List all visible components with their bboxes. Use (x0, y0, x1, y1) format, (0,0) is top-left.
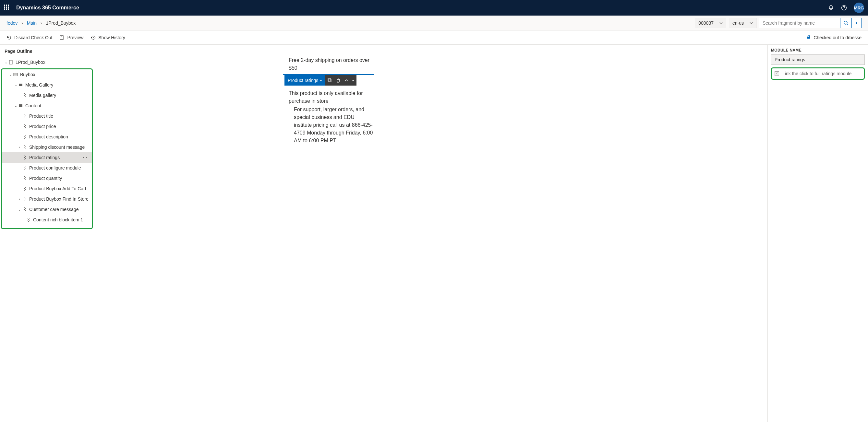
link-click-row: Link the click to full ratings module (771, 67, 865, 80)
search-fragment: ▾ (759, 18, 862, 28)
tree-shipping-discount[interactable]: › Shipping discount message (2, 142, 92, 152)
module-icon (22, 145, 27, 150)
svg-rect-13 (328, 78, 331, 81)
chevron-down-icon: ⌄ (8, 73, 13, 77)
copy-icon[interactable] (328, 78, 332, 83)
caret-down-icon: ▾ (320, 79, 322, 82)
breadcrumb-separator: › (22, 21, 23, 26)
module-icon (22, 197, 27, 201)
svg-rect-6 (807, 37, 810, 39)
support-text: For support, larger orders, and special … (289, 106, 373, 144)
tree-label: Media Gallery (25, 82, 53, 88)
module-icon (22, 166, 27, 170)
outline-tree: ⌄ 1Prod_Buybox ⌄ Buybox ⌄ Media Gallery … (0, 57, 94, 229)
command-bar: Discard Check Out Preview Show History C… (0, 30, 868, 45)
tree-label: Product price (29, 124, 56, 129)
search-split-button[interactable]: ▾ (852, 18, 862, 28)
svg-rect-12 (329, 79, 331, 82)
tree-find-in-store[interactable]: › Product Buybox Find In Store (2, 194, 92, 204)
container-icon (13, 72, 18, 77)
notifications-icon[interactable] (828, 4, 834, 11)
chevron-down-icon: ⌄ (17, 207, 22, 212)
breadcrumb-separator: › (40, 21, 42, 26)
search-input[interactable] (759, 18, 840, 28)
tree-product-configure[interactable]: Product configure module (2, 163, 92, 173)
tree-label: Product Buybox Add To Cart (29, 186, 86, 191)
locale-dropdown[interactable]: en-us (729, 18, 756, 28)
svg-point-1 (844, 9, 844, 9)
discard-label: Discard Check Out (14, 35, 52, 40)
tree-label: Product description (29, 134, 68, 139)
tree-product-quantity[interactable]: Product quantity (2, 173, 92, 184)
tree-rich-block[interactable]: Content rich block item 1 (2, 215, 92, 225)
delete-icon[interactable] (336, 78, 341, 83)
more-options-icon[interactable]: ⋯ (81, 155, 89, 160)
tree-buybox[interactable]: ⌄ Buybox (2, 69, 92, 80)
module-icon (22, 186, 27, 191)
search-button[interactable] (840, 18, 852, 28)
tree-label: Media gallery (29, 93, 56, 98)
lock-icon (806, 35, 811, 40)
user-avatar[interactable]: MRG (854, 3, 864, 13)
app-header: Dynamics 365 Commerce MRG (0, 0, 868, 15)
module-icon (22, 93, 27, 98)
tree-label: Product ratings (29, 155, 60, 160)
caret-down-icon[interactable]: ▾ (352, 79, 354, 82)
chevron-down-icon: ⌄ (3, 60, 8, 65)
module-icon (22, 134, 27, 139)
tree-content-slot[interactable]: ⌄ Content (2, 100, 92, 111)
store-only-text: This product is only available for purch… (289, 88, 373, 106)
help-icon[interactable] (841, 4, 847, 11)
app-launcher-icon[interactable] (4, 4, 10, 11)
breadcrumb-bar: fedev › Main › 1Prod_Buybox 000037 en-us… (0, 15, 868, 30)
breadcrumb: fedev › Main › 1Prod_Buybox (6, 21, 75, 26)
chevron-right-icon: › (17, 145, 22, 149)
tree-customer-care[interactable]: ⌄ Customer care message (2, 204, 92, 215)
tree-product-title[interactable]: Product title (2, 111, 92, 121)
tree-product-description[interactable]: Product description (2, 132, 92, 142)
tree-product-ratings[interactable]: Product ratings ⋯ (2, 152, 92, 163)
tree-media-gallery[interactable]: Media gallery (2, 90, 92, 100)
chevron-down-icon: ⌄ (13, 104, 18, 108)
tree-label: Buybox (20, 72, 35, 77)
history-label: Show History (98, 35, 125, 40)
preview-label: Preview (67, 35, 83, 40)
page-outline-pane: Page Outline ⌄ 1Prod_Buybox ⌄ Buybox ⌄ M… (0, 45, 94, 422)
module-name-input[interactable] (771, 55, 865, 65)
tree-label: Customer care message (29, 207, 79, 212)
tree-label: Product configure module (29, 165, 81, 170)
properties-pane: MODULE NAME Link the click to full ratin… (768, 45, 868, 422)
module-icon (22, 155, 27, 160)
page-icon (8, 60, 13, 65)
show-history-button[interactable]: Show History (91, 35, 125, 40)
canvas-pane: Free 2-day shipping on orders over $50 P… (94, 45, 768, 422)
tree-label: 1Prod_Buybox (16, 60, 45, 65)
slot-icon (18, 103, 23, 108)
module-chip-button[interactable]: Product ratings ▾ (284, 75, 325, 86)
free-shipping-text: Free 2-day shipping on orders over $50 (289, 55, 373, 75)
site-number-dropdown[interactable]: 000037 (695, 18, 726, 28)
link-click-label: Link the click to full ratings module (782, 71, 851, 76)
preview-button[interactable]: Preview (59, 35, 83, 40)
link-click-checkbox[interactable] (775, 71, 779, 76)
tree-root[interactable]: ⌄ 1Prod_Buybox (0, 57, 94, 67)
breadcrumb-root[interactable]: fedev (6, 21, 18, 26)
tree-add-to-cart[interactable]: Product Buybox Add To Cart (2, 184, 92, 194)
tree-product-price[interactable]: Product price (2, 121, 92, 132)
svg-rect-8 (13, 73, 18, 76)
checked-out-label: Checked out to drbesse (813, 35, 862, 40)
svg-line-3 (847, 24, 848, 25)
checked-out-status: Checked out to drbesse (806, 35, 862, 40)
breadcrumb-mid[interactable]: Main (27, 21, 37, 26)
tree-media-gallery-slot[interactable]: ⌄ Media Gallery (2, 80, 92, 90)
tree-label: Content rich block item 1 (33, 217, 83, 222)
module-icon (22, 114, 27, 118)
selected-module-indicator: Product ratings ▾ ▾ (289, 75, 373, 86)
module-icon (22, 176, 27, 181)
discard-checkout-button[interactable]: Discard Check Out (6, 35, 52, 40)
app-title: Dynamics 365 Commerce (16, 5, 79, 11)
slot-icon (18, 83, 23, 87)
move-up-icon[interactable] (344, 79, 348, 82)
tree-label: Product quantity (29, 176, 62, 181)
outline-title: Page Outline (0, 45, 94, 57)
